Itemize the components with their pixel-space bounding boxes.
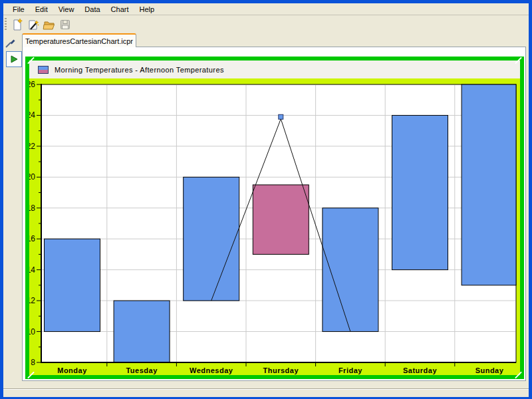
legend-swatch: [38, 66, 49, 74]
menu-bar: File Edit View Data Chart Help: [3, 3, 529, 15]
svg-text:10: 10: [29, 327, 35, 336]
drag-handle[interactable]: [279, 114, 283, 119]
menu-help[interactable]: Help: [134, 4, 160, 15]
bar-friday[interactable]: [323, 208, 378, 332]
svg-text:14: 14: [29, 265, 35, 275]
bar-tuesday[interactable]: [114, 301, 170, 362]
menu-view[interactable]: View: [53, 4, 80, 15]
svg-text:Friday: Friday: [338, 366, 362, 374]
status-bar: [3, 388, 529, 397]
svg-text:8: 8: [31, 358, 35, 367]
menu-edit[interactable]: Edit: [30, 4, 53, 15]
application-client-area: File Edit View Data Chart Help: [3, 3, 529, 397]
menu-file[interactable]: File: [7, 4, 30, 15]
brush-icon: [5, 38, 17, 49]
style-tool-button[interactable]: [5, 38, 18, 49]
svg-text:Monday: Monday: [57, 366, 87, 374]
play-icon: [9, 54, 19, 65]
svg-text:Sunday: Sunday: [475, 366, 504, 374]
new-document-icon: [11, 18, 24, 31]
new-document-button[interactable]: [9, 17, 25, 33]
toolbar-grip[interactable]: [5, 18, 7, 31]
bar-saturday[interactable]: [392, 115, 448, 269]
bar-monday[interactable]: [45, 239, 100, 331]
save-project-button[interactable]: [57, 17, 73, 33]
menu-chart[interactable]: Chart: [106, 4, 134, 15]
save-icon: [59, 18, 72, 31]
bar-sunday[interactable]: [462, 84, 516, 285]
svg-text:Tuesday: Tuesday: [126, 366, 158, 374]
chart-wizard-icon: [27, 18, 40, 31]
x-axis-labels: MondayTuesdayWednesdayThursdayFridaySatu…: [57, 362, 504, 374]
chart-wizard-button[interactable]: [25, 17, 41, 33]
svg-text:Saturday: Saturday: [403, 366, 437, 374]
menu-data[interactable]: Data: [79, 4, 105, 15]
svg-text:18: 18: [29, 203, 35, 213]
legend-swatch-afternoon: [39, 70, 48, 73]
chart-frame[interactable]: Morning Temperatures - Afternoon Tempera…: [25, 57, 524, 379]
app-window: { "menu": { "items": ["File", "Edit", "V…: [0, 0, 532, 399]
y-axis-ticks: 8101214161820222426: [29, 80, 41, 367]
bar-wednesday[interactable]: [184, 177, 239, 301]
svg-text:12: 12: [29, 296, 35, 305]
toolbar: [3, 16, 73, 33]
temperature-range-chart[interactable]: 8101214161820222426MondayTuesdayWednesda…: [29, 78, 520, 375]
svg-text:24: 24: [29, 110, 35, 120]
svg-text:Wednesday: Wednesday: [190, 366, 233, 374]
svg-text:16: 16: [29, 234, 35, 243]
open-project-button[interactable]: [41, 17, 57, 33]
chart-legend: Morning Temperatures - Afternoon Tempera…: [29, 61, 520, 78]
svg-text:22: 22: [29, 142, 35, 151]
svg-text:Thursday: Thursday: [263, 366, 299, 374]
bar-thursday[interactable]: [253, 185, 309, 255]
svg-text:20: 20: [29, 172, 35, 182]
run-preview-button[interactable]: [6, 51, 22, 67]
legend-label: Morning Temperatures - Afternoon Tempera…: [55, 66, 224, 74]
tab-temperatures-cartesian-chart[interactable]: TemperaturesCartesianChart.icpr: [22, 33, 136, 47]
open-folder-icon: [43, 18, 56, 31]
tab-label: TemperaturesCartesianChart.icpr: [25, 37, 133, 45]
svg-text:26: 26: [29, 80, 35, 89]
